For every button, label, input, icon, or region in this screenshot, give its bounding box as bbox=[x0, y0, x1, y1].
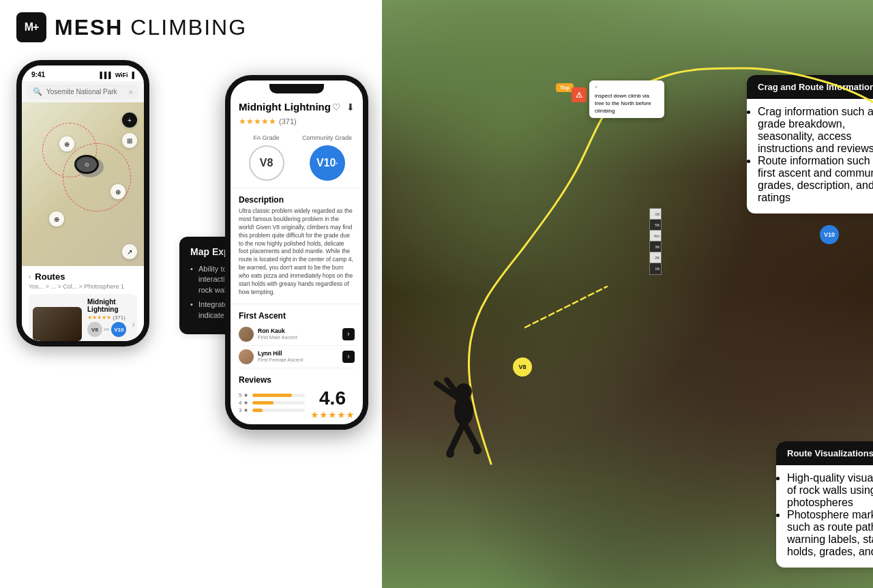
p2-header: Midnight Lightning ♡ ⬇ bbox=[231, 97, 363, 117]
route-viz-bullet-2: Photosphere mark-ups such as route paths… bbox=[787, 509, 873, 558]
boulder-icon: ⊙ bbox=[85, 162, 89, 168]
phone2-wrapper: Midnight Lightning ♡ ⬇ ★★★★★ (371) FA Gr… bbox=[225, 75, 368, 430]
svg-line-4 bbox=[464, 423, 477, 448]
p2-fa-avatar-2 bbox=[239, 349, 254, 364]
header: M+ MESH CLIMBING bbox=[0, 0, 382, 55]
p2-rating: ★★★★★ (371) bbox=[231, 117, 363, 130]
map-circle-2 bbox=[63, 143, 131, 211]
breadcrumb: Yos... > ... > Col... > Photosphere 1 bbox=[29, 283, 137, 290]
map-target-icon[interactable]: ⊕ bbox=[59, 136, 74, 151]
p2-fa-name-1: Ron Kauk bbox=[258, 327, 338, 334]
p2-desc-title: Description bbox=[239, 195, 355, 205]
p2-reviews-section: Reviews 5 ★ 4 ★ 3 ★ bbox=[231, 372, 363, 423]
battery-icon: ▐ bbox=[130, 72, 134, 78]
review-bar-4: 4 ★ bbox=[239, 400, 305, 406]
comm-grade-badge: V10 bbox=[111, 322, 126, 337]
p2-fa-avatar-1 bbox=[239, 327, 254, 342]
route-stars: ★★★★★ (371) bbox=[87, 314, 126, 321]
phone1-statusbar: 9:41 ▌▌▌ WiFi ▐ bbox=[22, 65, 144, 81]
crag-info-card: Crag and Route Information Crag informat… bbox=[747, 75, 873, 214]
warning-tooltip: × inspect down climb via tree to the Nor… bbox=[589, 80, 664, 118]
p2-fa-person1[interactable]: Ron Kauk First Male Ascent › bbox=[239, 323, 355, 346]
climber-silhouette bbox=[409, 349, 505, 472]
route-name: Midnight Lightning bbox=[87, 298, 126, 313]
p2-fa-role-2: First Female Ascent bbox=[258, 357, 338, 363]
p2-fa-section: First Ascent Ron Kauk First Male Ascent … bbox=[231, 307, 363, 372]
routes-label: Routes bbox=[35, 271, 65, 282]
p2-fa-info-2: Lynn Hill First Female Ascent bbox=[258, 350, 338, 363]
crag-card-title: Crag and Route Information bbox=[747, 75, 873, 99]
wifi-icon: WiFi bbox=[115, 72, 128, 78]
map-layers-icon[interactable]: ⊞ bbox=[122, 133, 137, 148]
warning-text: inspect down climb via tree to the North… bbox=[595, 93, 651, 114]
heart-icon[interactable]: ♡ bbox=[332, 102, 341, 113]
map-arrow-icon[interactable]: ↗ bbox=[122, 244, 137, 259]
p2-divider-2 bbox=[231, 304, 363, 304]
phone1-map[interactable]: ⊕ ⊕ ⊕ + ⊞ ↗ ⊙ bbox=[22, 102, 144, 266]
route-thumb bbox=[33, 307, 82, 341]
phone2-mockup: Midnight Lightning ♡ ⬇ ★★★★★ (371) FA Gr… bbox=[225, 75, 368, 430]
download-icon[interactable]: ⬇ bbox=[346, 102, 355, 113]
p2-comm-label: Community Grade bbox=[299, 134, 355, 141]
logo-text: M+ bbox=[25, 21, 39, 33]
svg-point-6 bbox=[473, 446, 482, 454]
grade-marker-v8: V8 bbox=[513, 357, 532, 377]
crag-bullet-2: Route information such as first ascent a… bbox=[758, 155, 873, 204]
route-viz-card: Route Visualizations High-quality visual… bbox=[776, 441, 873, 568]
map-plus-icon[interactable]: + bbox=[122, 113, 137, 128]
map-compass-icon[interactable]: ⊕ bbox=[110, 184, 125, 199]
p2-reviews-title: Reviews bbox=[239, 375, 355, 385]
p2-title: Midnight Lightning bbox=[239, 101, 331, 113]
phone1-search[interactable]: 🔍 Yosemite National Park × bbox=[27, 84, 138, 100]
p2-fa-person2[interactable]: Lynn Hill First Female Ascent › bbox=[239, 346, 355, 368]
route-card[interactable]: Midnight Lightning ★★★★★ (371) V8 FA bbox=[29, 294, 137, 341]
p2-action-icons: ♡ ⬇ bbox=[332, 102, 355, 113]
signal-icon: ▌▌▌ bbox=[100, 72, 113, 78]
routes-header: ‹ Routes bbox=[29, 271, 137, 282]
p2-notch bbox=[269, 84, 324, 93]
brand-bold: MESH bbox=[55, 15, 123, 40]
phone1-mockup: 9:41 ▌▌▌ WiFi ▐ 🔍 Yosemite National Park… bbox=[16, 60, 149, 347]
p2-comm-grade-col: Community Grade V10 › bbox=[299, 134, 355, 181]
p2-fa-title: First Ascent bbox=[239, 311, 355, 321]
brand-name: MESH CLIMBING bbox=[55, 15, 247, 40]
svg-line-5 bbox=[450, 423, 464, 452]
fa-grade-badge: V8 bbox=[87, 322, 102, 337]
p2-fa-role-1: First Male Ascent bbox=[258, 334, 338, 340]
p2-fa-info-1: Ron Kauk First Male Ascent bbox=[258, 327, 338, 340]
review-bar-5: 5 ★ bbox=[239, 392, 305, 398]
review-stars-big: ★★★★★ bbox=[310, 409, 355, 420]
p2-fa-chevron-1[interactable]: › bbox=[342, 328, 355, 340]
selected-boulder: ⊙ bbox=[76, 157, 97, 172]
p2-divider-1 bbox=[231, 188, 363, 188]
phone1-screen: 9:41 ▌▌▌ WiFi ▐ 🔍 Yosemite National Park… bbox=[22, 65, 144, 341]
route-chevron-icon[interactable]: › bbox=[132, 319, 135, 329]
p2-stars: ★★★★★ bbox=[239, 117, 276, 126]
logo-box: M+ bbox=[16, 12, 46, 42]
p2-fa-label: FA Grade bbox=[239, 134, 294, 141]
p2-notch-bar bbox=[231, 80, 363, 97]
p2-desc-text: Ultra classic problem widely regarded as… bbox=[239, 207, 355, 297]
p2-fa-name-2: Lynn Hill bbox=[258, 350, 338, 357]
search-icon: 🔍 bbox=[33, 87, 42, 96]
phone1-search-text: Yosemite National Park bbox=[46, 88, 117, 95]
p2-description-section: Description Ultra classic problem widely… bbox=[231, 191, 363, 301]
map-location-icon[interactable]: ⊕ bbox=[49, 211, 64, 226]
p2-count: (371) bbox=[279, 117, 297, 126]
route-viz-title: Route Visualizations bbox=[776, 441, 873, 465]
svg-point-7 bbox=[446, 450, 454, 458]
scale-bar: 1ft 5ft 4m 3ft 2ft 1ft bbox=[649, 208, 662, 275]
close-icon[interactable]: × bbox=[129, 88, 133, 96]
phone1-routes-panel: ‹ Routes Yos... > ... > Col... > Photosp… bbox=[22, 266, 144, 341]
review-score: 4.6 bbox=[310, 387, 355, 409]
p2-fa-grade-col: FA Grade V8 bbox=[239, 134, 294, 181]
p2-grades-row: FA Grade V8 Community Grade V10 › bbox=[231, 130, 363, 185]
phone2-screen: Midnight Lightning ♡ ⬇ ★★★★★ (371) FA Gr… bbox=[231, 80, 363, 424]
p2-fa-chevron-2[interactable]: › bbox=[342, 351, 355, 363]
route-info: Midnight Lightning ★★★★★ (371) V8 FA bbox=[87, 298, 126, 341]
grade-marker-v10: V10 bbox=[820, 225, 839, 244]
warning-icon: ⚠ bbox=[572, 87, 587, 102]
back-chevron-icon[interactable]: ‹ bbox=[29, 273, 31, 280]
crag-bullet-1: Crag information such as grade breakdown… bbox=[758, 106, 873, 155]
review-bar-3: 3 ★ bbox=[239, 407, 305, 413]
